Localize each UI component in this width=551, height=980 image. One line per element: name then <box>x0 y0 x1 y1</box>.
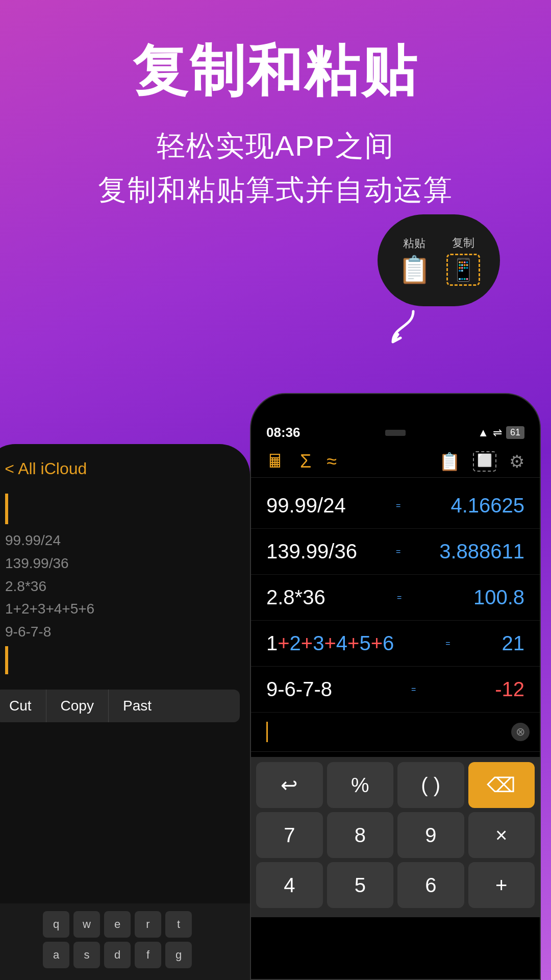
key-9[interactable]: 9 <box>397 812 464 858</box>
context-menu: Cut Copy Past <box>0 690 240 722</box>
page-title: 复制和粘贴 <box>0 41 551 102</box>
arrow-indicator <box>383 306 423 347</box>
expr-1: 99.99/24 <box>266 494 346 517</box>
copy-screen-icon[interactable]: ⬜ <box>473 451 496 472</box>
calc-key-row-2: 7 8 9 × <box>256 812 535 858</box>
expr-3: 2.8*36 <box>266 586 325 609</box>
signal-icon: ▲ <box>478 426 489 439</box>
header-section: 复制和粘贴 轻松实现APP之间 复制和粘贴算式并自动运算 <box>0 0 551 210</box>
app-toolbar: 🖩 Σ ≈ 📋 ⬜ ⚙ <box>251 446 540 478</box>
kbd-row-1: q w e r t <box>0 911 245 938</box>
paste-button[interactable]: Past <box>109 690 166 722</box>
paste-icon: 📋 <box>398 254 431 285</box>
kbd-row-2: a s d f g <box>0 942 245 968</box>
key-7[interactable]: 7 <box>256 812 323 858</box>
status-bar: 08:36 ▲ ⇌ 61 <box>251 414 540 446</box>
sum-icon[interactable]: Σ <box>300 451 311 472</box>
key-enter[interactable]: ↩ <box>256 762 323 808</box>
wifi-icon: ⇌ <box>493 426 502 439</box>
calc-key-row-1: ↩ % ( ) ⌫ <box>256 762 535 808</box>
battery-icon: 61 <box>506 426 524 439</box>
equals-2: = <box>396 547 400 556</box>
key-6[interactable]: 6 <box>397 862 464 908</box>
settings-icon[interactable]: ⚙ <box>509 451 524 472</box>
calc-row-3: 2.8*36 = 100.8 <box>251 575 540 621</box>
calc-icon[interactable]: 🖩 <box>266 451 285 472</box>
back-expr-3: 2.8*36 <box>5 575 240 598</box>
calc-row-4: 1+2+3+4+5+6 = 21 <box>251 621 540 667</box>
calc-row-5: 9-6-7-8 = -12 <box>251 667 540 713</box>
calc-keyboard: ↩ % ( ) ⌫ 7 8 9 × 4 5 6 + <box>251 757 540 917</box>
key-plus[interactable]: + <box>468 862 535 908</box>
back-text-cursor <box>5 646 8 674</box>
clipboard-icon[interactable]: 📋 <box>439 451 460 472</box>
status-icons: ▲ ⇌ 61 <box>478 426 524 439</box>
back-phone-title: < All iCloud <box>5 459 87 478</box>
paste-copy-pill: 粘贴 📋 复制 📱 <box>378 214 500 306</box>
result-3: 100.8 <box>473 586 524 609</box>
status-time: 08:36 <box>266 425 300 440</box>
back-expr-4: 1+2+3+4+5+6 <box>5 598 240 621</box>
calc-key-row-3: 4 5 6 + <box>256 862 535 908</box>
paste-item: 粘贴 📋 <box>398 236 431 285</box>
back-expressions: 99.99/24 139.99/36 2.8*36 1+2+3+4+5+6 9-… <box>0 529 240 644</box>
kbd-e[interactable]: e <box>104 911 131 938</box>
toolbar-right-icons: 📋 ⬜ ⚙ <box>439 451 524 472</box>
key-8[interactable]: 8 <box>327 812 394 858</box>
back-expr-5: 9-6-7-8 <box>5 621 240 644</box>
copy-item: 复制 📱 <box>446 235 480 286</box>
input-line[interactable]: ⊗ <box>251 713 540 752</box>
back-keyboard: q w e r t a s d f g <box>0 903 250 980</box>
kbd-q[interactable]: q <box>43 911 69 938</box>
phone-notch <box>349 399 441 414</box>
expr-4: 1+2+3+4+5+6 <box>266 632 394 655</box>
front-phone: 08:36 ▲ ⇌ 61 🖩 Σ ≈ 📋 ⬜ ⚙ 99.9 <box>250 393 541 980</box>
kbd-w[interactable]: w <box>73 911 100 938</box>
back-expr-2: 139.99/36 <box>5 552 240 575</box>
copy-button[interactable]: Copy <box>46 690 109 722</box>
copy-icon: 📱 <box>446 254 480 286</box>
cut-button[interactable]: Cut <box>0 690 46 722</box>
result-4: 21 <box>502 632 524 655</box>
back-expr-1: 99.99/24 <box>5 529 240 552</box>
key-multiply[interactable]: × <box>468 812 535 858</box>
text-cursor <box>266 722 268 742</box>
subtitle-line1: 轻松实现APP之间 <box>0 127 551 166</box>
kbd-s[interactable]: s <box>73 942 100 968</box>
approx-icon[interactable]: ≈ <box>327 451 337 472</box>
expr-2: 139.99/36 <box>266 540 357 563</box>
key-percent[interactable]: % <box>327 762 394 808</box>
kbd-g[interactable]: g <box>165 942 192 968</box>
equals-5: = <box>411 685 416 694</box>
key-backspace[interactable]: ⌫ <box>468 762 535 808</box>
paste-label: 粘贴 <box>403 236 425 251</box>
equals-4: = <box>445 639 450 648</box>
back-cursor-line <box>5 494 8 524</box>
subtitle-line2: 复制和粘贴算式并自动运算 <box>0 171 551 210</box>
phones-container: ‹ < All iCloud 99.99/24 139.99/36 2.8*36… <box>0 296 551 980</box>
kbd-r[interactable]: r <box>135 911 161 938</box>
kbd-d[interactable]: d <box>104 942 131 968</box>
clear-button[interactable]: ⊗ <box>511 723 530 741</box>
result-5: -12 <box>495 678 524 701</box>
calc-row-2: 139.99/36 = 3.888611 <box>251 529 540 575</box>
key-4[interactable]: 4 <box>256 862 323 908</box>
kbd-a[interactable]: a <box>43 942 69 968</box>
expr-5: 9-6-7-8 <box>266 678 332 701</box>
result-1: 4.16625 <box>450 494 524 517</box>
kbd-f[interactable]: f <box>135 942 161 968</box>
calculations: 99.99/24 = 4.16625 139.99/36 = 3.888611 … <box>251 478 540 757</box>
key-5[interactable]: 5 <box>327 862 394 908</box>
calc-row-1: 99.99/24 = 4.16625 <box>251 483 540 529</box>
copy-label: 复制 <box>452 235 474 251</box>
back-phone: ‹ < All iCloud 99.99/24 139.99/36 2.8*36… <box>0 444 250 980</box>
back-phone-header: ‹ < All iCloud <box>0 454 240 483</box>
result-2: 3.888611 <box>439 540 524 563</box>
equals-1: = <box>396 501 400 510</box>
key-parens[interactable]: ( ) <box>397 762 464 808</box>
equals-3: = <box>397 593 402 602</box>
kbd-t[interactable]: t <box>165 911 192 938</box>
